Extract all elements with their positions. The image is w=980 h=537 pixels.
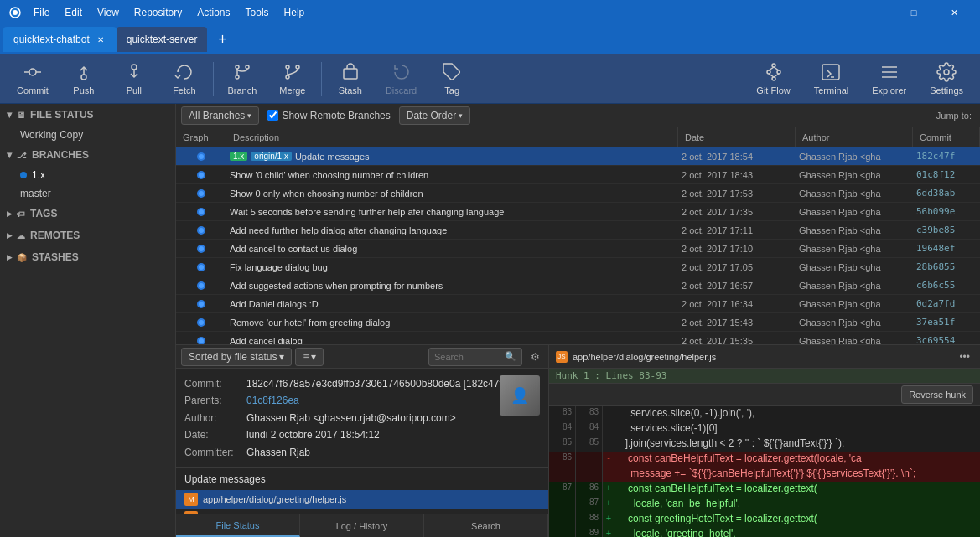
svg-rect-17 (344, 69, 357, 79)
sidebar-section-header-remotes[interactable]: ▸ ☁ REMOTES (0, 225, 175, 246)
diff-header: JS app/helper/dialog/greeting/helper.js … (549, 345, 980, 369)
show-remote-checkbox[interactable] (267, 110, 278, 121)
chevron-right-icon-stashes: ▸ (7, 251, 12, 263)
svg-point-15 (286, 75, 289, 79)
commit-row[interactable]: Add cancel dialog 2 oct. 2017 15:35 Ghas… (176, 332, 980, 344)
commit-dot (197, 318, 205, 327)
new-tab-button[interactable]: + (210, 28, 234, 51)
commit-row[interactable]: Wait 5 seconds before sending further he… (176, 203, 980, 221)
file-search-input[interactable] (434, 352, 501, 362)
committer-value: Ghassen Rjab (246, 444, 310, 461)
sidebar-section-header-branches[interactable]: ▾ ⎇ BRANCHES (0, 144, 175, 166)
commit-row[interactable]: Add Daniel dialogs :D 2 oct. 2017 16:34 … (176, 295, 980, 313)
reverse-hunk-button[interactable]: Reverse hunk (901, 385, 973, 404)
explorer-button[interactable]: Explorer (862, 56, 916, 101)
diff-line-content: ].join(services.length < 2 ? '' : ` ${'{… (614, 436, 980, 452)
sort-by-status-dropdown[interactable]: Sorted by file status ▾ (181, 348, 292, 366)
diff-marker-added: + (603, 512, 614, 527)
commit-dot (197, 300, 205, 308)
sidebar-item-branch-master[interactable]: master (0, 184, 175, 203)
push-button[interactable]: Push (59, 56, 109, 101)
commit-graph-area: All Branches ▾ Show Remote Branches Date… (176, 104, 980, 537)
branch-button[interactable]: Branch (217, 56, 267, 101)
remotes-section-label: REMOTES (30, 230, 80, 241)
commit-desc-cell: Add need further help dialog after chang… (226, 225, 678, 235)
pull-button[interactable]: Pull (109, 56, 159, 101)
commit-row[interactable]: Show 0 only when choosing number of chil… (176, 184, 980, 203)
merge-button[interactable]: Merge (267, 56, 318, 101)
sidebar-item-branch-1x[interactable]: 1.x (0, 166, 175, 184)
branch-label: Branch (227, 85, 257, 96)
tag-button[interactable]: Tag (427, 56, 477, 101)
commit-row[interactable]: Fix language dialog bug 2 oct. 2017 17:0… (176, 258, 980, 276)
tab-quicktext-server[interactable]: quicktext-server (117, 27, 208, 52)
stash-button[interactable]: Stash (325, 56, 376, 101)
file-search-box: 🔍 (428, 348, 522, 366)
all-branches-label: All Branches (189, 110, 245, 121)
all-branches-dropdown[interactable]: All Branches ▾ (181, 106, 259, 125)
menu-help[interactable]: Help (277, 5, 312, 20)
diff-line-content: const greetingHotelText = localizer.gett… (614, 512, 980, 527)
svg-point-20 (767, 70, 770, 74)
commit-desc-cell: Wait 5 seconds before sending further he… (226, 207, 678, 217)
git-flow-button[interactable]: Git Flow (746, 56, 800, 101)
menu-edit[interactable]: Edit (58, 5, 89, 20)
diff-line-added: 89 + locale, 'greeting_hotel', (549, 527, 980, 537)
settings-button[interactable]: Settings (920, 56, 973, 101)
commit-info-date: Date: lundi 2 octobre 2017 18:54:12 (184, 426, 540, 443)
stash-section-icon: 📦 (17, 253, 27, 262)
diff-marker-added: + (603, 482, 614, 497)
maximize-button[interactable]: □ (894, 0, 933, 25)
terminal-button[interactable]: Terminal (804, 56, 859, 101)
tab-log-history[interactable]: Log / History (300, 514, 424, 537)
remote-section-icon: ☁ (17, 231, 25, 240)
tab-file-status[interactable]: File Status (176, 514, 300, 537)
tab-search[interactable]: Search (424, 514, 548, 537)
tab-close-chatbot[interactable]: ✕ (95, 34, 106, 45)
commit-button[interactable]: Commit (7, 56, 59, 101)
commit-row[interactable]: Show '0 child' when choosing number of c… (176, 166, 980, 184)
toolbar-sep-1 (213, 62, 214, 96)
svg-point-29 (944, 70, 949, 75)
commit-row[interactable]: Remove 'our hotel' from greeting dialog … (176, 313, 980, 332)
menu-repository[interactable]: Repository (127, 5, 189, 20)
diff-menu-button[interactable]: ••• (956, 349, 973, 364)
menu-tools[interactable]: Tools (239, 5, 276, 20)
svg-point-5 (81, 75, 86, 80)
commit-graph-cell (176, 263, 226, 271)
commit-row[interactable]: Add suggested actions when prompting for… (176, 276, 980, 295)
menu-file[interactable]: File (27, 5, 56, 20)
commit-row[interactable]: 1.x origin/1.x Update messages 2 oct. 20… (176, 147, 980, 166)
bottom-toolbar: Sorted by file status ▾ ≡ ▾ 🔍 ⚙ (176, 345, 548, 369)
sidebar-item-working-copy[interactable]: Working Copy (0, 126, 175, 144)
discard-button[interactable]: Discard (376, 56, 427, 101)
settings-icon-bottom[interactable]: ⚙ (527, 349, 543, 364)
commit-hash: c39be85 (913, 225, 980, 235)
svg-point-11 (246, 65, 249, 69)
diff-line: 85 85 ].join(services.length < 2 ? '' : … (549, 436, 980, 452)
minimize-button[interactable]: ─ (854, 0, 893, 25)
date-order-dropdown[interactable]: Date Order ▾ (399, 106, 470, 125)
svg-point-13 (286, 65, 289, 69)
menu-actions[interactable]: Actions (190, 5, 236, 20)
file-item[interactable]: M app/helper/dialog/greeting/helper.js (176, 490, 548, 509)
tab-quicktext-chatbot[interactable]: quicktext-chatbot ✕ (3, 27, 117, 52)
menu-view[interactable]: View (91, 5, 126, 20)
close-button[interactable]: ✕ (935, 0, 973, 25)
sidebar-section-header-file-status[interactable]: ▾ 🖥 FILE STATUS (0, 104, 175, 126)
svg-point-19 (772, 64, 775, 67)
svg-line-25 (769, 74, 774, 77)
sidebar-section-header-stashes[interactable]: ▸ 📦 STASHES (0, 246, 175, 268)
diff-line-num-old: 86 (549, 452, 576, 467)
commit-row[interactable]: Add cancel to contact us dialog 2 oct. 2… (176, 240, 980, 258)
svg-point-21 (777, 70, 780, 74)
show-remote-checkbox-label[interactable]: Show Remote Branches (262, 108, 395, 123)
parents-value[interactable]: 01c8f126ea (246, 392, 299, 409)
fetch-button[interactable]: Fetch (159, 56, 210, 101)
window-controls: ─ □ ✕ (854, 0, 973, 25)
sidebar-section-header-tags[interactable]: ▸ 🏷 TAGS (0, 203, 175, 225)
view-options-button[interactable]: ≡ ▾ (295, 348, 324, 366)
diff-line-added: 87 86 + const canBeHelpfulText = localiz… (549, 482, 980, 497)
branches-section-label: BRANCHES (32, 149, 89, 161)
commit-row[interactable]: Add need further help dialog after chang… (176, 221, 980, 240)
